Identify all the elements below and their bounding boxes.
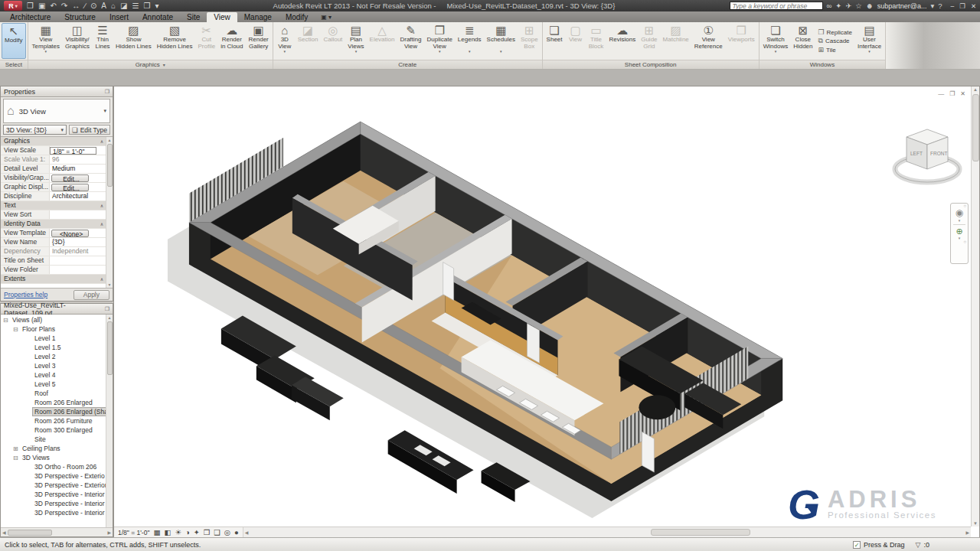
- ribbon-button[interactable]: △ Elevation: [368, 23, 397, 59]
- text-icon[interactable]: A: [101, 2, 106, 10]
- ribbon-button[interactable]: ① View Reference: [692, 23, 725, 59]
- viewcube-front-face[interactable]: FRONT: [930, 151, 947, 156]
- property-row[interactable]: Identity Data ∧: [1, 220, 106, 229]
- instance-selector[interactable]: 3D View: {3D}▾: [3, 125, 67, 135]
- navbar-handle-icon[interactable]: ○: [963, 240, 966, 244]
- ribbon-button[interactable]: ☰ Thin Lines: [93, 23, 113, 59]
- qat-dropdown-icon[interactable]: ▾: [155, 2, 158, 10]
- reveal-hidden-elements-icon[interactable]: ●: [234, 528, 239, 536]
- application-menu-button[interactable]: R ▾: [4, 1, 22, 11]
- zoom-icon[interactable]: ⊕: [956, 227, 962, 236]
- ribbon-button[interactable]: ❏ Switch Windows ▾: [761, 23, 790, 59]
- ribbon-button[interactable]: ☁ Revisions: [607, 23, 639, 59]
- ribbon-button[interactable]: ❐ Replicate: [818, 28, 852, 36]
- browser-tree-item[interactable]: ⊟ 3D Views: [1, 453, 113, 462]
- communication-center-icon[interactable]: ✈: [845, 2, 851, 10]
- ribbon-button[interactable]: ❐ Duplicate View ▾: [424, 23, 454, 59]
- sign-in-icon[interactable]: ☻: [866, 2, 874, 10]
- shadows-icon[interactable]: ◑: [185, 528, 190, 536]
- ribbon-button[interactable]: ▤ Plan Views ▾: [345, 23, 366, 59]
- type-selector[interactable]: ⌂ 3D View ▾: [3, 99, 110, 123]
- browser-tree-item[interactable]: 3D Perspective - Interior: [1, 490, 113, 499]
- ribbon-button[interactable]: ❏ Sheet: [544, 23, 565, 59]
- property-row[interactable]: Graphics ∧: [1, 137, 106, 146]
- search-icon[interactable]: ∞: [827, 2, 832, 10]
- browser-tree-item[interactable]: ⊟ Views (all): [1, 315, 113, 324]
- detail-level-icon[interactable]: ▦: [153, 528, 160, 536]
- properties-palette-header[interactable]: Properties ❐: [1, 86, 113, 97]
- ribbon-button[interactable]: ▦ Schedules ▾: [485, 23, 518, 59]
- view-restore-icon[interactable]: ❐: [949, 90, 955, 97]
- crop-view-icon[interactable]: ❒: [204, 528, 211, 536]
- browser-tree-item[interactable]: Level 1.5: [1, 343, 113, 352]
- property-row[interactable]: View Template <None>: [1, 229, 106, 238]
- canvas-vertical-scrollbar[interactable]: ▲ ▼: [971, 86, 979, 527]
- chevron-down-icon[interactable]: ▾: [103, 108, 106, 114]
- property-row[interactable]: Extents ∧: [1, 275, 106, 284]
- ribbon-button[interactable]: ▭ Title Block: [586, 23, 606, 59]
- search-input[interactable]: [730, 2, 823, 10]
- filter-icon[interactable]: ▽: [916, 541, 921, 549]
- ribbon-display-toggle-icon[interactable]: ▣ ▾: [315, 12, 338, 22]
- ribbon-tab[interactable]: Structure: [57, 12, 103, 22]
- browser-horizontal-scrollbar[interactable]: ◀ ▶: [1, 527, 113, 536]
- ribbon-button[interactable]: ≣ Legends ▾: [456, 23, 484, 59]
- ribbon-tab[interactable]: Modify: [279, 12, 315, 22]
- redo-icon[interactable]: ↷: [61, 2, 67, 10]
- rendering-dialog-icon[interactable]: ✦: [194, 528, 200, 536]
- ribbon-button[interactable]: ▢ View: [566, 23, 586, 59]
- browser-tree-item[interactable]: Site: [1, 435, 113, 444]
- palette-dock-icon[interactable]: ❐: [105, 306, 109, 312]
- help-button[interactable]: ?: [938, 2, 942, 10]
- palette-dock-icon[interactable]: ❐: [105, 89, 109, 95]
- temporary-hide-isolate-icon[interactable]: ◎: [224, 528, 230, 536]
- view-minimize-icon[interactable]: —: [938, 90, 944, 97]
- save-icon[interactable]: ▣: [38, 2, 45, 10]
- property-row[interactable]: View Name {3D}: [1, 238, 106, 247]
- favorites-icon[interactable]: ☆: [855, 2, 862, 10]
- browser-tree-item[interactable]: 3D Perspective - Interior: [1, 499, 113, 508]
- scrollbar-thumb[interactable]: [107, 321, 113, 375]
- ribbon-button[interactable]: ⊠ Close Hidden: [791, 23, 815, 59]
- browser-tree-item[interactable]: Level 5: [1, 380, 113, 389]
- scrollbar-thumb[interactable]: [107, 144, 113, 187]
- property-row[interactable]: Discipline Architectural: [1, 192, 106, 201]
- visual-style-icon[interactable]: ◧: [164, 528, 171, 536]
- properties-help-link[interactable]: Properties help: [4, 291, 47, 298]
- view-cube[interactable]: LEFT FRONT: [892, 123, 962, 192]
- ribbon-button[interactable]: ⌂ 3D View ▾: [275, 23, 295, 59]
- browser-tree-item[interactable]: 3D Perspective - Exterior: [1, 481, 113, 490]
- ribbon-button[interactable]: ⊞ Tile: [818, 46, 852, 54]
- open-icon[interactable]: ❒: [27, 2, 34, 10]
- modify-button[interactable]: ↖ Modify: [2, 23, 26, 59]
- ribbon-tab[interactable]: Manage: [237, 12, 279, 22]
- apply-button[interactable]: Apply: [74, 290, 109, 300]
- section-collapse-icon[interactable]: ∧: [98, 221, 106, 227]
- property-row[interactable]: Scale Value 1: 96: [1, 155, 106, 165]
- ribbon-button[interactable]: ◪ Section: [296, 23, 321, 59]
- ribbon-button[interactable]: ⊞ Guide Grid: [639, 23, 659, 59]
- tree-expander-icon[interactable]: ⊞: [13, 445, 21, 452]
- browser-tree-item[interactable]: 3D Perspective - Interior: [1, 508, 113, 517]
- property-row[interactable]: Graphic Displ... Edit...: [1, 183, 106, 192]
- browser-tree-item[interactable]: Level 3: [1, 361, 113, 370]
- scale-control[interactable]: 1/8" = 1'-0": [118, 529, 149, 536]
- ribbon-button[interactable]: ▣ Render Gallery: [247, 23, 271, 59]
- ribbon-button[interactable]: ▦ View Templates ▾: [30, 23, 62, 59]
- property-row[interactable]: Text ∧: [1, 201, 106, 210]
- scrollbar-thumb[interactable]: [8, 530, 52, 536]
- sun-path-icon[interactable]: ☀: [175, 528, 181, 536]
- measure-icon[interactable]: ↔: [72, 2, 80, 10]
- scroll-up-icon[interactable]: ▲: [108, 138, 112, 142]
- section-collapse-icon[interactable]: ∧: [98, 276, 106, 282]
- section-icon[interactable]: ◪: [120, 2, 127, 10]
- view-close-icon[interactable]: ✕: [960, 90, 965, 97]
- property-row[interactable]: Dependency Independent: [1, 247, 106, 256]
- browser-tree-item[interactable]: ⊟ Floor Plans: [1, 324, 113, 334]
- section-collapse-icon[interactable]: ∧: [98, 139, 106, 144]
- section-collapse-icon[interactable]: ∧: [98, 203, 106, 208]
- switch-windows-icon[interactable]: ❐: [143, 2, 150, 10]
- viewcube-left-face[interactable]: LEFT: [910, 151, 923, 156]
- chevron-down-icon[interactable]: ▾: [959, 236, 961, 240]
- show-crop-region-icon[interactable]: ❑: [214, 528, 220, 536]
